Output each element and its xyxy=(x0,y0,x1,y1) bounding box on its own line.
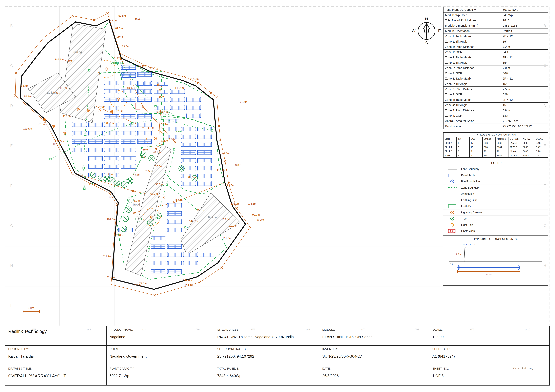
grid-row-letter: C xyxy=(544,64,546,68)
dimension-label: 149.4m xyxy=(175,86,184,89)
dimension-label: 26.5m xyxy=(107,276,115,279)
grid-col-label: W10 xyxy=(525,328,530,331)
detail-matrix-label: 2P × 12 xyxy=(462,243,471,246)
dimension-label: 115.3m xyxy=(63,115,72,118)
spec-value: 640 Wp xyxy=(501,12,548,18)
detail-length-label: 13.8m xyxy=(486,273,492,276)
config-cell: 78 xyxy=(482,149,496,153)
light-pole-icon xyxy=(43,118,46,121)
titleblock-cell: DESIGNED BY:Kalyan Tarafdar xyxy=(5,346,106,365)
spec-value: 25.721250, 94.107292 xyxy=(501,124,548,129)
dimension-label: 144.4m xyxy=(183,279,192,282)
detail-tilt-label: 15° xyxy=(471,244,475,247)
config-cell: 781 xyxy=(496,149,509,153)
config-cell: 3704 xyxy=(496,145,509,149)
titleblock-label: DATE: xyxy=(322,367,426,370)
titleblock-value: 1 OF 3 xyxy=(432,374,547,378)
dimension-label: 119.6m xyxy=(23,127,32,130)
spec-row: Approx. Area for Solar71976 Sq.m xyxy=(443,118,548,123)
zone-label: Zone 2 xyxy=(111,61,122,65)
tree-icon xyxy=(149,155,154,161)
compass-n-label: N xyxy=(425,17,428,21)
spec-value: 2P × 12 xyxy=(501,76,548,81)
dimension-label: 203.0m xyxy=(114,234,123,237)
config-header: AC kW xyxy=(522,137,535,141)
spec-label: Zone 1: Pitch Distance xyxy=(443,44,501,50)
titleblock-label: TOTAL PANELS: xyxy=(217,367,316,370)
titleblock-cell: CLIENT:Nagaland Government xyxy=(106,346,214,365)
detail-ground-label: G.L. xyxy=(450,263,454,266)
legend-item-label: Earth Pit xyxy=(461,205,471,208)
config-cell: 17 xyxy=(469,141,483,145)
earthing-strip-line xyxy=(443,198,461,202)
legend-item-label: Zone Boundary xyxy=(461,186,480,189)
scale-bar-label: 50m xyxy=(29,306,34,310)
spec-value: 6.8 m xyxy=(501,108,548,113)
compass-w-label: W xyxy=(412,29,416,33)
obstruction-marker xyxy=(136,103,140,109)
dimension-label: 102.9m xyxy=(114,57,123,59)
titleblock-label: SITE COORDINATES: xyxy=(217,348,316,351)
drawing-sheet: Zone 1Zone 2Zone 3Zone 4 BuildingBuildin… xyxy=(0,0,555,392)
spec-row: Zone 3: Tilt Angle15° xyxy=(443,81,548,87)
titleblock-cell: DATE:26/3/2026 xyxy=(319,365,429,385)
legend-item-label: Annotation xyxy=(461,192,474,195)
spec-row: Zone 2: Table Matrix2P × 12 xyxy=(443,55,548,60)
titleblock-cell: MODULE:ELAN SHINE TOPCON Series xyxy=(319,326,429,346)
dimension-label: 43.2m xyxy=(133,173,140,176)
config-cell: 784 xyxy=(482,153,496,157)
light-pole-icon xyxy=(52,125,55,127)
spec-row: Zone 4: Tilt Angle15° xyxy=(443,102,548,108)
grid-row-letter: G xyxy=(10,224,13,228)
grid-row-letter: B xyxy=(544,24,546,28)
grid-row-letter: D xyxy=(544,104,546,108)
spec-row: Zone 1: Tilt Angle15° xyxy=(443,39,548,44)
land-boundary-line xyxy=(443,167,461,171)
legend-item-label: Tree xyxy=(461,217,467,220)
config-header-row: BlockInv.SCBStringsModulesDC kWpAC kWDC/… xyxy=(443,137,548,141)
spec-label: Module Dimensions (mm) xyxy=(443,23,501,28)
grid-row-letter: E xyxy=(544,144,546,148)
titleblock-value: Kalyan Tarafdar xyxy=(8,354,103,358)
titleblock-cell: PLANT CAPACITY:5022.7 kWp xyxy=(106,365,214,385)
dimension-label: 193.3m xyxy=(55,140,64,143)
spec-label: Geo Location xyxy=(443,124,501,129)
dimension-label: 67.8m xyxy=(99,106,106,109)
obstruction-icon xyxy=(443,229,461,233)
grid-row-letter: B xyxy=(10,24,13,28)
dimension-label: 101.4m xyxy=(223,237,232,240)
dimension-label: 125.1m xyxy=(149,66,158,70)
compass-e-label: E xyxy=(438,29,441,33)
pile-foundation-icon xyxy=(443,179,461,184)
spec-value: Portrait xyxy=(501,28,548,34)
legend-item-label: Obstruction xyxy=(461,229,475,232)
legend-item-label: Panel Table xyxy=(461,174,475,177)
legend-item-label: Earthing Strip xyxy=(461,198,477,202)
dimension-label: 48.4m xyxy=(110,19,117,22)
grid-col-label: W5 xyxy=(251,328,255,331)
dimension-label: 85.2m xyxy=(256,218,264,221)
dimension-label: 75.2m xyxy=(132,199,140,202)
zone-boundary-line xyxy=(443,185,461,190)
spec-label: Zone 4: Tilt Angle xyxy=(443,102,501,108)
plant-spec-table: Total Plant DC Capacity5022.7 kWpModule … xyxy=(443,7,548,129)
titleblock-cell: SITE ADDRESS:P4C4+HJW, Thizama, Nagaland… xyxy=(214,326,319,346)
config-header: Strings xyxy=(482,137,496,141)
dimension-label: 65.3m xyxy=(150,192,158,195)
dimension-label: 181.0m xyxy=(106,173,115,176)
light-pole-icon xyxy=(157,84,160,86)
spec-row: Zone 1: Pitch Distance7.2 m xyxy=(443,44,548,50)
titleblock-label: SHEET SIZE: xyxy=(432,348,547,351)
dimension-label: 81.0m xyxy=(115,27,123,30)
config-cell: 3 xyxy=(456,149,469,153)
spec-row: Zone 3: Table Matrix2P × 12 xyxy=(443,76,548,81)
compass-rose: NSWE xyxy=(412,17,441,45)
dimension-label: 116.4m xyxy=(117,35,125,38)
titleblock-cell: SHEET NO.:1 OF 3Generated using xyxy=(429,365,550,385)
grid-col-label: W7 xyxy=(361,328,365,331)
grid-row-letter: D xyxy=(10,104,13,108)
config-cell: 19 xyxy=(469,145,483,149)
spec-row: Total No. of PV Modules7848 xyxy=(443,18,548,23)
spec-value: 66% xyxy=(501,71,548,76)
light-pole-icon xyxy=(63,132,66,134)
